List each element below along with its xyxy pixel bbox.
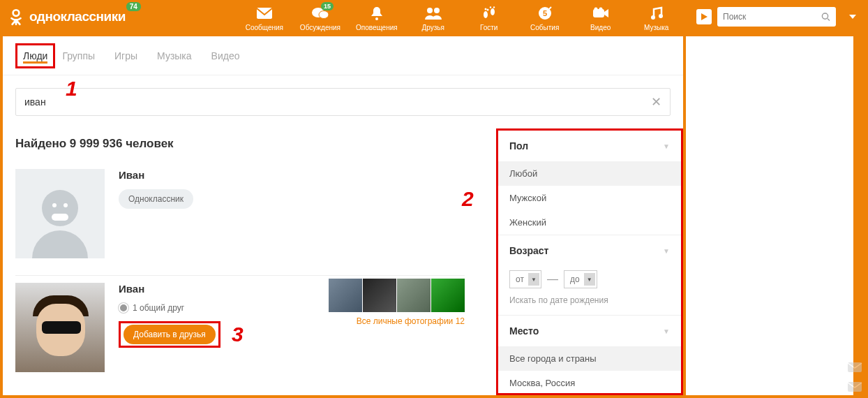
svg-point-17 (599, 7, 602, 10)
tab-people[interactable]: Люди (23, 50, 47, 64)
dropdown-icon: ▼ (528, 273, 539, 286)
svg-point-16 (594, 7, 597, 10)
person-result: Иван Одноклассник (15, 162, 465, 276)
people-search-input[interactable] (24, 96, 651, 108)
add-friend-button[interactable]: Добавить в друзья (124, 325, 216, 344)
person-name[interactable]: Иван (119, 169, 465, 181)
photo-thumb[interactable] (397, 279, 431, 312)
svg-point-4 (375, 17, 378, 20)
gender-option-female[interactable]: Женский (498, 210, 681, 235)
avatar-photo[interactable] (15, 283, 105, 372)
notifications-badge: 74 (126, 2, 141, 11)
nav-label: Видео (590, 24, 611, 31)
top-header: одноклассники 74 Сообщения 15 Обсуждения… (0, 0, 868, 34)
birth-date-link[interactable]: Искать по дате рождения (498, 295, 681, 315)
age-to-select[interactable]: до▼ (564, 270, 597, 288)
svg-point-12 (493, 6, 495, 8)
mutual-friends-text: 1 общий друг (133, 303, 184, 313)
filter-age-header[interactable]: Возраст ▼ (498, 235, 681, 266)
nav-video[interactable]: Видео (581, 6, 621, 31)
avatar-placeholder[interactable] (15, 169, 105, 258)
svg-text:5: 5 (543, 9, 547, 17)
people-search-input-wrap[interactable]: ✕ (15, 88, 671, 116)
svg-point-20 (823, 13, 828, 19)
nav-friends[interactable]: Друзья (413, 6, 454, 31)
mail-icon (256, 6, 273, 21)
top-nav: Сообщения 15 Обсуждения Оповещения Друзь… (244, 3, 677, 31)
nav-events[interactable]: 5 События (525, 6, 565, 31)
results-column: 2 Найдено 9 999 936 человек Иван Однокла… (3, 128, 477, 395)
filter-title: Пол (509, 140, 528, 152)
footprints-icon (481, 6, 497, 21)
envelope-icon[interactable] (847, 381, 862, 392)
age-from-select[interactable]: от▼ (509, 270, 541, 288)
gender-option-male[interactable]: Мужской (498, 186, 681, 210)
svg-point-10 (486, 8, 488, 10)
svg-point-11 (490, 6, 491, 8)
place-option-moscow[interactable]: Москва, Россия (498, 371, 681, 395)
gender-option-any[interactable]: Любой (498, 161, 681, 186)
svg-rect-22 (52, 214, 68, 221)
tab-games[interactable]: Игры (112, 46, 140, 66)
svg-rect-26 (848, 382, 862, 392)
nav-label: Обсуждения (300, 24, 341, 31)
all-photos-link[interactable]: Все личные фотографии 12 (357, 316, 465, 326)
floating-message-icons (847, 362, 862, 392)
svg-point-24 (63, 203, 68, 207)
relation-tag: Одноклассник (119, 189, 193, 209)
chevron-down-icon[interactable] (848, 13, 857, 20)
svg-point-6 (434, 8, 440, 13)
nav-music[interactable]: Музыка (636, 6, 677, 31)
tab-music[interactable]: Музыка (154, 46, 195, 66)
tab-groups[interactable]: Группы (59, 46, 98, 66)
svg-point-5 (427, 8, 433, 13)
video-icon (592, 6, 609, 21)
friends-icon (424, 6, 442, 21)
photo-thumb[interactable] (363, 279, 396, 312)
nav-guests[interactable]: Гости (469, 6, 509, 31)
top-search[interactable] (717, 7, 836, 27)
clear-search-icon[interactable]: ✕ (651, 94, 661, 110)
nav-label: События (530, 24, 559, 31)
filters-panel: Пол ▼ Любой Мужской Женский Возраст ▼ (496, 128, 683, 395)
music-icon (650, 6, 664, 21)
filter-place-header[interactable]: Место ▼ (498, 316, 681, 346)
nav-messages[interactable]: Сообщения (244, 6, 285, 31)
svg-point-3 (319, 10, 329, 18)
filter-gender-header[interactable]: Пол ▼ (498, 131, 681, 161)
nav-label: Сообщения (246, 24, 283, 31)
filter-title: Место (509, 325, 539, 337)
top-search-input[interactable] (723, 12, 821, 22)
nav-alerts[interactable]: Оповещения (356, 6, 398, 31)
svg-point-7 (484, 11, 488, 18)
envelope-icon[interactable] (847, 362, 862, 373)
nav-label: Друзья (421, 24, 444, 31)
search-tabs: Люди Люди Группы Игры Музыка Видео (3, 36, 683, 75)
svg-point-8 (491, 8, 495, 15)
photo-thumb[interactable] (329, 279, 362, 312)
photo-thumbnails: Все личные фотографии 12 (329, 279, 465, 326)
annotation-box-3: Добавить в друзья (119, 321, 220, 348)
right-sidebar (686, 36, 853, 395)
place-option-all[interactable]: Все города и страны (498, 346, 681, 371)
svg-point-9 (484, 8, 486, 10)
photo-thumb[interactable] (431, 279, 465, 312)
mutual-avatar-icon (119, 303, 128, 313)
nav-discussions[interactable]: 15 Обсуждения (300, 6, 341, 31)
player-icon[interactable] (696, 9, 712, 24)
svg-point-19 (659, 14, 663, 18)
svg-point-23 (52, 203, 57, 207)
results-count: Найдено 9 999 936 человек (15, 137, 465, 151)
tab-video[interactable]: Видео (209, 46, 243, 66)
nav-label: Оповещения (356, 24, 398, 31)
logo[interactable]: одноклассники 74 (7, 8, 126, 26)
annotation-3: 3 (232, 323, 244, 346)
range-dash: — (547, 273, 558, 286)
search-row: ✕ (3, 75, 683, 128)
nav-label: Гости (480, 24, 497, 31)
filter-title: Возраст (509, 245, 548, 256)
chevron-down-icon: ▼ (663, 142, 670, 150)
nav-label: Музыка (644, 24, 668, 31)
dropdown-icon: ▼ (584, 273, 595, 286)
chevron-down-icon: ▼ (663, 247, 670, 255)
